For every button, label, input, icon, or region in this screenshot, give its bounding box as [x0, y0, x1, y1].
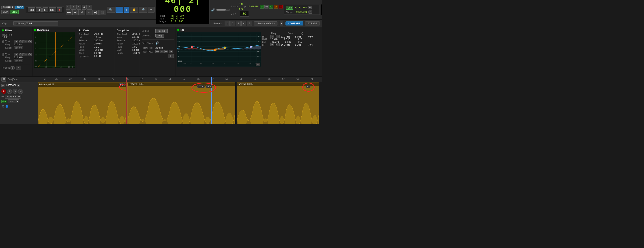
eq-badge-mid[interactable]: EQ: [206, 85, 212, 88]
f2-type-4[interactable]: [28, 53, 32, 56]
clip-ldvocal-03-04[interactable]: LdVocal_03-04 ⊕ 0 dB: [128, 82, 235, 124]
grid-button[interactable]: GRID: [10, 10, 18, 14]
bypass-button[interactable]: BYPASS: [305, 21, 320, 25]
hf-shelf-icon2[interactable]: [276, 35, 280, 38]
rewind-button[interactable]: ◀◀: [28, 7, 36, 12]
lf-shelf-icon2[interactable]: [276, 43, 280, 46]
right-empty-badge[interactable]: ⊘: [306, 85, 310, 88]
preset-2[interactable]: 2: [230, 21, 235, 26]
track-dropdown[interactable]: ▼: [17, 84, 20, 87]
dyn-eq-badges: DYN EQ: [197, 85, 212, 88]
dyn-btn[interactable]: dyn: [1, 100, 7, 103]
factory-default-button[interactable]: <factory default>: [254, 21, 278, 25]
preset-4[interactable]: 4: [242, 21, 246, 26]
source-internal-btn[interactable]: Internal: [156, 29, 168, 33]
preset-dropdown[interactable]: ▼: [280, 21, 283, 26]
sc-ft-1[interactable]: [156, 50, 160, 53]
preset-5[interactable]: 5: [247, 21, 252, 26]
clip-ldvocal-03-05[interactable]: LdVocal_03-05 ⊕ 0 dB: [237, 82, 319, 124]
ffwd-button[interactable]: ▶▶: [48, 7, 56, 12]
alert-icon[interactable]: M: [278, 5, 282, 8]
f2-type-1[interactable]: [14, 53, 18, 56]
preset-1[interactable]: 1: [224, 21, 230, 26]
num-3[interactable]: 3: [76, 5, 81, 10]
expand-filters[interactable]: ⊳: [16, 66, 21, 69]
num-5[interactable]: 5: [87, 5, 92, 10]
sc-expand[interactable]: ⊳: [168, 54, 174, 58]
loop-btn-2[interactable]: ◀|: [72, 10, 78, 15]
volume-slider[interactable]: [216, 9, 230, 11]
eq-expand[interactable]: ⊳: [256, 63, 260, 66]
grid-dropdown[interactable]: ▼: [308, 6, 312, 9]
dynamics-led[interactable]: [34, 29, 36, 31]
zoom2-tool[interactable]: 🔎: [139, 7, 147, 13]
num-4[interactable]: 4: [82, 5, 87, 10]
record-button[interactable]: ●: [57, 7, 62, 12]
lf-shelf-icon[interactable]: [270, 43, 274, 46]
tc-icon[interactable]: ⊞: [260, 5, 264, 8]
nudge-dropdown[interactable]: ▼: [308, 10, 312, 14]
loop-btn-1[interactable]: ◀◀: [66, 10, 72, 15]
hf-freq-val: 11.2 kHz: [281, 35, 293, 38]
f1-slope-val[interactable]: 12dB/O: [14, 46, 23, 49]
f2-type-3[interactable]: [23, 53, 27, 56]
eg-attack-val: 20.0 us: [94, 42, 102, 45]
svg-point-41: [224, 47, 226, 49]
num-2[interactable]: 2: [71, 5, 76, 10]
clip-1-eq-badge[interactable]: EQ: [119, 83, 125, 86]
dyn-badge[interactable]: DYN: [197, 85, 205, 88]
eq-led[interactable]: [177, 29, 179, 31]
sc-ft-4[interactable]: [169, 50, 173, 53]
solo-button[interactable]: S: [12, 89, 18, 94]
spot-button[interactable]: SPOT: [15, 5, 24, 9]
trim-tool[interactable]: ↕: [124, 7, 130, 13]
loop-btn-4[interactable]: ↔: [86, 10, 92, 15]
compare-button[interactable]: COMPARE: [286, 21, 303, 25]
f2-slope-val[interactable]: 12dB/O: [14, 59, 23, 62]
ruler-mark-59: 59: [226, 78, 228, 80]
back-button[interactable]: ◀: [36, 7, 42, 12]
f2-type-2[interactable]: [18, 53, 22, 56]
polarity-button[interactable]: ⊕: [10, 66, 14, 69]
input-button[interactable]: I: [7, 89, 12, 94]
svg-text:-15: -15: [34, 60, 37, 62]
f1-type-label: Type:: [5, 40, 13, 43]
sidechain-icon[interactable]: 🔊: [156, 41, 159, 45]
cl-depth-val: -36.0 dB: [132, 52, 141, 54]
read-select[interactable]: read: [8, 99, 19, 103]
zoom-tool[interactable]: 🔍: [107, 7, 115, 13]
waveform-select[interactable]: waveform: [5, 95, 21, 99]
hf-shelf-icon[interactable]: [270, 35, 274, 38]
preset-3[interactable]: 3: [236, 21, 241, 26]
detector-avg-btn[interactable]: Avg: [156, 34, 164, 37]
f1-type-2[interactable]: [18, 40, 22, 43]
sync-icon[interactable]: ⊡: [269, 5, 273, 8]
track-expand[interactable]: ▶: [1, 84, 5, 87]
num-1[interactable]: 1: [66, 5, 70, 10]
loop-btn-5[interactable]: ▶|: [92, 10, 99, 15]
q-header: Q:: [302, 32, 304, 35]
f1-type-3[interactable]: [23, 40, 27, 43]
select-tool[interactable]: ↔: [116, 7, 123, 13]
tracks-menu[interactable]: ☰: [1, 77, 6, 82]
slip-button[interactable]: SLIP: [1, 10, 10, 14]
eg-ratio-label: Ratio:: [78, 46, 94, 48]
hand-tool[interactable]: ✋: [130, 7, 138, 13]
sc-ft-2[interactable]: [160, 50, 164, 53]
f1-type-4[interactable]: [28, 40, 32, 43]
clip-ldvocal-03-02[interactable]: LdVocal_03-02 EQ ⊕ 0 dB: [38, 82, 126, 124]
clip-3-name: LdVocal_03-05: [238, 83, 253, 85]
f1-type-1[interactable]: [14, 40, 18, 43]
grid-button-toggle[interactable]: Grid: [286, 6, 293, 10]
sc-ft-3[interactable]: [164, 50, 168, 53]
pencil-tool[interactable]: ✏: [148, 7, 154, 13]
mute-button[interactable]: M: [18, 89, 23, 94]
play-button[interactable]: ▶: [42, 7, 48, 12]
f1-slope-label: Slope:: [5, 47, 13, 49]
rec-button[interactable]: R: [1, 89, 6, 94]
loop-btn-3[interactable]: ↺: [79, 10, 85, 15]
loop-btn-6[interactable]: ⬛: [99, 10, 106, 15]
warn-icon[interactable]: ⊟: [274, 5, 278, 8]
shuffle-button[interactable]: SHUFFLE: [1, 5, 15, 9]
filters-led[interactable]: [2, 29, 4, 31]
